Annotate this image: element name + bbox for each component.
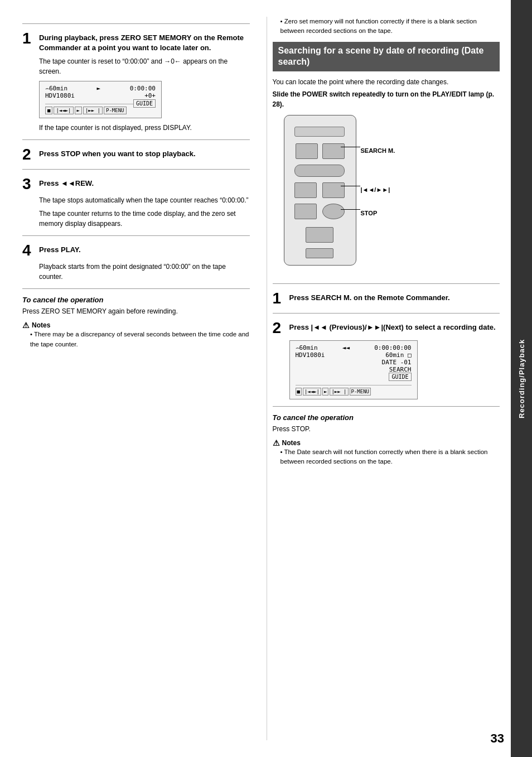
left-column: 1 During playback, press ZERO SET MEMORY… <box>22 17 255 740</box>
right-step1-number: 1 <box>273 291 286 306</box>
notes-label-right: Notes <box>282 439 301 447</box>
cancel-body-right: Press STOP. <box>273 424 500 434</box>
cancel-body-left: Press ZERO SET MEMORY again before rewin… <box>22 306 250 316</box>
step1-body1: The tape counter is reset to “0:00:00” a… <box>39 56 250 76</box>
display-mid-right: +0+ <box>144 92 156 99</box>
cancel-heading-right: To cancel the operation <box>273 413 500 422</box>
remote-btn-h <box>306 248 333 258</box>
display-box-right-step2: ⌢60min ◄◄ 0:00:00:00 HDV1080i 60min □ DA… <box>289 340 418 399</box>
display-box-step1: ⌢60min ► 0:00:00 HDV1080i +0+ GUIDE ■ |◄… <box>39 81 162 118</box>
notes-item-left-0: There may be a discrepancy of several se… <box>30 330 250 349</box>
remote-btn-prev <box>294 182 317 198</box>
step4-body1: Playback starts from the point designate… <box>39 262 250 282</box>
notes-icon-right: ⚠ <box>273 438 280 447</box>
ctrl2-pmenu: P-MENU <box>350 388 371 396</box>
divider-after-step4 <box>22 288 250 289</box>
step4-title: Press PLAY. <box>39 243 81 255</box>
ctrl2-play: ► <box>322 388 328 396</box>
remote-btn-next <box>322 182 345 198</box>
sidebar-label: Recording/Playback <box>518 339 526 418</box>
display-controls: ■ |◄◄►| ► |►► | P-MENU <box>45 104 133 114</box>
top-divider <box>22 23 250 24</box>
section-heading-box: Searching for a scene by date of recordi… <box>273 42 500 72</box>
ctrl2-ff: |►► | <box>330 388 348 396</box>
remote-btn-c <box>294 165 345 177</box>
ctrl-pmenu: P-MENU <box>104 107 127 114</box>
remote-btn-g <box>306 227 333 243</box>
notes-item-right-0: The Date search will not function correc… <box>280 447 500 467</box>
right-column: Zero set memory will not function correc… <box>267 17 500 740</box>
remote-btn-stop <box>322 204 345 219</box>
remote-btn-search-m <box>322 143 345 159</box>
notes-list-right: The Date search will not function correc… <box>280 447 500 467</box>
divider-after-step2 <box>22 169 250 170</box>
right-step2-title: Press |◄◄ (Previous)/►►|(Next) to select… <box>289 320 496 332</box>
notes-section-right: ⚠ Notes The Date search will not functio… <box>273 438 500 467</box>
line-stop <box>341 209 360 210</box>
ctrl-stop: ■ <box>45 107 52 114</box>
step3-heading: 3 Press ◄◄REW. <box>22 176 250 192</box>
right-step1-heading: 1 Press SEARCH M. on the Remote Commande… <box>273 291 500 306</box>
remote-btn-a <box>296 143 318 159</box>
ctrl-rew: |◄◄►| <box>54 107 73 114</box>
disp2-top-symbol: ◄◄ <box>342 344 350 351</box>
step1-number: 1 <box>22 31 36 46</box>
step1-body2: If the tape counter is not displayed, pr… <box>39 123 250 133</box>
display-top-right: 0:00:00 <box>130 85 156 92</box>
divider-right-3 <box>273 406 500 407</box>
right-step2-heading: 2 Press |◄◄ (Previous)/►►|(Next) to sele… <box>273 320 500 336</box>
notes-title-right: ⚠ Notes <box>273 438 500 447</box>
label-prev-next: |◄◄/►►| <box>361 186 390 193</box>
disp2-top-left: ⌢60min <box>296 344 318 351</box>
notes-label-left: Notes <box>32 321 50 329</box>
remote-btn-e <box>294 204 317 219</box>
display-mid-left: HDV1080i <box>45 92 75 99</box>
ctrl2-rew: |◄◄►| <box>303 388 321 396</box>
step3-title: Press ◄◄REW. <box>39 176 94 189</box>
right-step1-title: Press SEARCH M. on the Remote Commander. <box>289 291 450 303</box>
label-stop: STOP <box>361 210 378 216</box>
line-search-m <box>341 147 360 147</box>
ctrl-ff: |►► | <box>83 107 103 114</box>
page: 1 During playback, press ZERO SET MEMORY… <box>0 0 532 757</box>
right-step2-number: 2 <box>273 320 286 336</box>
two-col-layout: 1 During playback, press ZERO SET MEMORY… <box>22 17 500 740</box>
step2-title: Press STOP when you want to stop playbac… <box>39 147 196 159</box>
step1-title: During playback, press ZERO SET MEMORY o… <box>39 31 250 53</box>
intro-body: You can locate the point where the recor… <box>273 77 500 87</box>
step3-body1: The tape stops automatically when the ta… <box>39 195 250 205</box>
guide-label: GUIDE <box>133 99 156 108</box>
intro-bullet-0: Zero set memory will not function correc… <box>280 17 500 36</box>
disp2-date: DATE -01 <box>296 359 412 366</box>
page-number: 33 <box>491 731 504 746</box>
display-top-left: ⌢60min <box>45 85 67 92</box>
step1-heading: 1 During playback, press ZERO SET MEMORY… <box>22 31 250 53</box>
step4-number: 4 <box>22 243 36 258</box>
display-top-symbol: ► <box>97 85 101 92</box>
disp2-guide: GUIDE <box>389 373 411 381</box>
remote-body <box>284 115 356 266</box>
cancel-heading-left: To cancel the operation <box>22 296 250 304</box>
intro-bullets: Zero set memory will not function correc… <box>280 17 500 36</box>
notes-icon-left: ⚠ <box>22 321 30 330</box>
disp2-top-right: 0:00:00:00 <box>374 344 411 351</box>
ctrl-play: ► <box>75 107 82 114</box>
disp2-controls: ■ |◄◄►| ► |►► | P-MENU <box>296 385 412 396</box>
divider-right-1 <box>273 283 500 284</box>
step4-heading: 4 Press PLAY. <box>22 243 250 258</box>
notes-title-left: ⚠ Notes <box>22 321 250 330</box>
divider-right-2 <box>273 313 500 314</box>
step2-number: 2 <box>22 147 36 162</box>
disp2-mid-left: HDV1080i <box>296 351 325 359</box>
sidebar: Recording/Playback <box>511 0 532 757</box>
intro-bold: Slide the POWER switch repeatedly to tur… <box>273 89 500 109</box>
disp2-mid-right: 60min □ <box>385 351 411 359</box>
section-title: Searching for a scene by date of recordi… <box>278 45 495 69</box>
remote-top-bar <box>294 127 345 137</box>
label-search-m: SEARCH M. <box>361 147 395 154</box>
divider-after-step3 <box>22 235 250 236</box>
divider-after-step1 <box>22 139 250 140</box>
step3-number: 3 <box>22 176 36 192</box>
notes-section-left: ⚠ Notes There may be a discrepancy of se… <box>22 321 250 349</box>
main-content: 1 During playback, press ZERO SET MEMORY… <box>0 0 511 757</box>
